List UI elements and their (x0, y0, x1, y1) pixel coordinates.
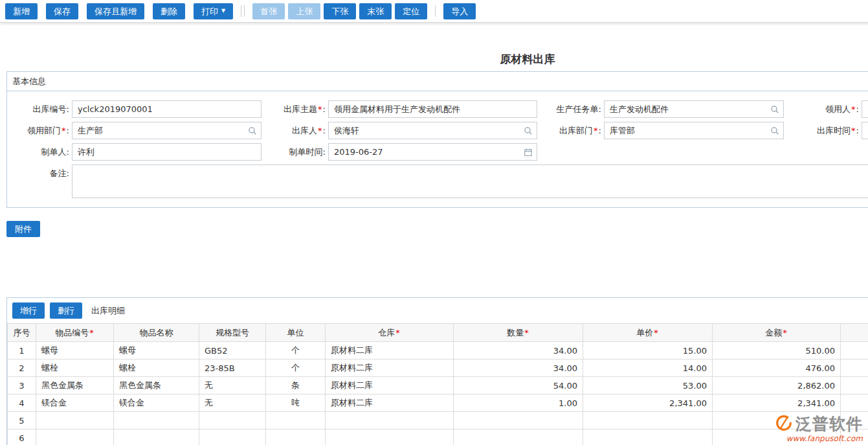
col-item-code-cell[interactable]: 黑色金属条 (36, 377, 114, 394)
col-item-code-header: 物品编号* (36, 324, 114, 342)
col-unit-cell[interactable]: 个 (266, 342, 326, 359)
col-item-code-cell[interactable] (36, 412, 114, 429)
col-amount-cell[interactable]: 2,341.00 (713, 394, 841, 412)
import-button[interactable]: 导入 (443, 3, 476, 19)
recipient-dept-input[interactable]: 生产部 (72, 122, 262, 139)
calendar-icon[interactable] (524, 148, 533, 157)
outbound-subject-input[interactable]: 领用金属材料用于生产发动机配件 (328, 100, 537, 118)
col-price-cell[interactable]: 53.00 (583, 377, 713, 394)
col-unit-cell[interactable]: 吨 (266, 394, 326, 412)
outbound-no-field: 出库编号yclck2019070001 (10, 100, 262, 118)
col-spec-cell[interactable]: 无 (199, 394, 266, 412)
col-item-name-cell[interactable]: 镁合金 (114, 394, 199, 412)
remark-label: 备注 (10, 165, 72, 182)
col-item-name-cell[interactable] (114, 429, 199, 445)
col-price-cell[interactable]: 15.00 (583, 342, 713, 359)
col-item-name-cell[interactable]: 螺栓 (114, 359, 199, 377)
production-task-input[interactable]: 生产发动机配件 (604, 100, 784, 118)
col-spec-cell[interactable]: 无 (199, 377, 266, 394)
col-seq-cell[interactable]: 1 (8, 342, 36, 359)
outbound-no-input[interactable]: yclck2019070001 (72, 100, 262, 118)
creator-input[interactable]: 许利 (72, 143, 262, 161)
col-item-code-cell[interactable]: 镁合金 (36, 394, 114, 412)
col-warehouse-cell[interactable] (326, 429, 454, 445)
add-row-button[interactable]: 增行 (12, 302, 45, 319)
col-spec-cell[interactable] (199, 429, 266, 445)
col-warehouse-cell[interactable]: 原材料二库 (326, 394, 454, 412)
col-warehouse-cell[interactable]: 原材料二库 (326, 342, 454, 359)
col-item-name-cell[interactable]: 螺母 (114, 342, 199, 359)
col-price-cell[interactable]: 2,341.00 (583, 394, 713, 412)
basic-info-panel: 基本信息 出库编号yclck2019070001出库主题*领用金属材料用于生产发… (6, 71, 868, 208)
col-spec-cell[interactable]: GB52 (199, 342, 266, 359)
search-icon[interactable] (248, 126, 257, 135)
toolbar-group-main: 新增保存保存且新增删除打印▼ (5, 3, 233, 19)
outbound-no-value: yclck2019070001 (78, 104, 153, 114)
col-amount-cell[interactable]: 2,862.00 (713, 377, 841, 394)
toolbar-group-nav: 首张上张下张末张定位 (252, 3, 427, 19)
search-icon[interactable] (524, 126, 533, 135)
col-price-cell[interactable] (583, 429, 713, 445)
col-qty-cell[interactable]: 54.00 (454, 377, 583, 394)
brand-logo-icon (775, 415, 792, 434)
delete-button[interactable]: 删除 (153, 3, 185, 19)
recipient-dept-value: 生产部 (78, 125, 103, 137)
attachment-section: 附件 (6, 221, 868, 296)
issuer-label: 出库人* (267, 122, 328, 139)
col-unit-cell[interactable] (266, 429, 326, 445)
col-qty-cell[interactable]: 34.00 (454, 359, 583, 377)
outbound-time-input[interactable] (862, 122, 868, 139)
add-button[interactable]: 新增 (5, 3, 38, 19)
col-amount-cell[interactable]: 510.00 (713, 342, 841, 359)
delete-row-button[interactable]: 删行 (50, 302, 82, 319)
col-spec-cell[interactable] (199, 412, 266, 429)
filler-header (841, 324, 868, 342)
required-mark: * (524, 328, 529, 337)
basic-info-form: 出库编号yclck2019070001出库主题*领用金属材料用于生产发动机配件生… (7, 91, 868, 207)
production-task-label: 生产任务单 (542, 100, 604, 118)
col-qty-cell[interactable]: 34.00 (454, 342, 583, 359)
print-button[interactable]: 打印▼ (194, 3, 233, 19)
last-record-button[interactable]: 末张 (359, 3, 392, 19)
col-seq-cell[interactable]: 4 (8, 394, 36, 412)
col-item-code-cell[interactable]: 螺栓 (36, 359, 114, 377)
col-qty-cell[interactable]: 1.00 (454, 394, 583, 412)
col-seq-cell[interactable]: 6 (8, 429, 36, 445)
col-qty-cell[interactable] (454, 429, 583, 445)
col-item-name-cell[interactable]: 黑色金属条 (114, 377, 199, 394)
col-warehouse-cell[interactable]: 原材料二库 (326, 359, 454, 377)
col-seq-cell[interactable]: 5 (8, 412, 36, 429)
col-item-name-cell[interactable] (114, 412, 199, 429)
search-icon[interactable] (770, 126, 779, 135)
col-warehouse-cell[interactable] (326, 412, 454, 429)
col-qty-cell[interactable] (454, 412, 583, 429)
recipient-input[interactable] (862, 100, 868, 118)
save-button[interactable]: 保存 (46, 3, 78, 19)
col-item-code-cell[interactable] (36, 429, 114, 445)
next-record-button[interactable]: 下张 (324, 3, 356, 19)
col-item-code-cell[interactable]: 螺母 (36, 342, 114, 359)
watermark-top: 泛普软件 (775, 415, 863, 434)
col-unit-cell[interactable] (266, 412, 326, 429)
col-seq-cell[interactable]: 3 (8, 377, 36, 394)
remark-textarea[interactable] (72, 165, 868, 198)
issuer-input[interactable]: 侯海轩 (328, 122, 537, 139)
save-and-new-button[interactable]: 保存且新增 (87, 3, 144, 19)
prev-record-button[interactable]: 上张 (288, 3, 320, 19)
create-time-input[interactable]: 2019-06-27 (328, 143, 537, 161)
col-amount-cell[interactable]: 476.00 (713, 359, 841, 377)
outbound-dept-input[interactable]: 库管部 (604, 122, 784, 139)
col-spec-cell[interactable]: 23-85B (199, 359, 266, 377)
col-unit-cell[interactable]: 条 (266, 377, 326, 394)
first-record-button[interactable]: 首张 (252, 3, 285, 19)
col-warehouse-cell[interactable]: 原材料二库 (326, 377, 454, 394)
col-price-cell[interactable]: 14.00 (583, 359, 713, 377)
remark-field: 备注 (7, 165, 868, 198)
search-icon[interactable] (770, 105, 779, 114)
col-unit-cell[interactable]: 个 (266, 359, 326, 377)
locate-button[interactable]: 定位 (395, 3, 427, 19)
attachment-button[interactable]: 附件 (6, 221, 40, 237)
col-price-cell[interactable] (583, 412, 713, 429)
col-seq-cell[interactable]: 2 (8, 359, 36, 377)
col-unit-header: 单位 (266, 324, 326, 342)
